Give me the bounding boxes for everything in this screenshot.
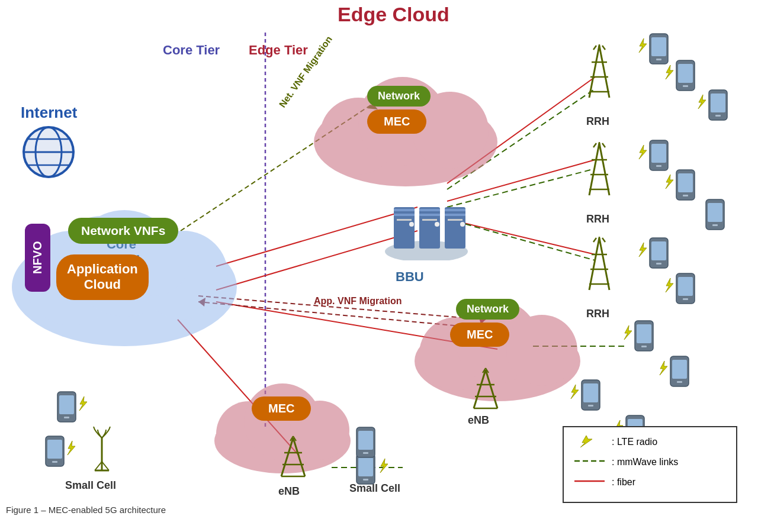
fiber-legend-icon: [573, 475, 606, 490]
svg-rect-120: [708, 203, 722, 222]
lightning-10: [657, 360, 669, 376]
legend-lte: : LTE radio: [573, 434, 727, 450]
mmwave-legend-icon: [573, 454, 606, 470]
svg-rect-46: [445, 207, 465, 249]
core-tier-label: Core Tier: [163, 43, 220, 58]
svg-line-96: [593, 238, 596, 242]
svg-line-92: [599, 238, 609, 290]
svg-marker-137: [660, 361, 667, 375]
lightning-5: [663, 173, 675, 190]
phone-15: [580, 379, 601, 411]
bottom-edge-network-pill: Network: [456, 299, 519, 320]
svg-line-80: [593, 46, 596, 50]
svg-point-56: [506, 315, 577, 386]
svg-rect-116: [678, 173, 693, 192]
phone-1: [648, 33, 669, 65]
phone-4: [648, 139, 669, 172]
svg-marker-141: [79, 396, 87, 411]
svg-marker-129: [666, 278, 673, 292]
svg-marker-114: [639, 145, 647, 159]
legend-fiber: : fiber: [573, 475, 727, 490]
svg-rect-152: [363, 479, 368, 481]
svg-point-49: [460, 222, 465, 227]
internet-label: Internet: [21, 104, 77, 122]
svg-line-68: [281, 438, 293, 476]
svg-rect-50: [397, 219, 412, 221]
app-cloud-pill: ApplicationCloud: [56, 254, 149, 300]
small-cell-label-1: Small Cell: [65, 479, 116, 492]
phone-3: [708, 89, 728, 121]
svg-rect-113: [656, 165, 661, 167]
svg-rect-136: [677, 381, 682, 383]
svg-line-91: [589, 238, 599, 290]
figure-caption: Figure 1 – MEC-enabled 5G architecture: [6, 505, 166, 515]
legend-mmwave: : mmWave links: [573, 454, 727, 470]
svg-marker-110: [698, 95, 706, 109]
phone-9: [634, 320, 654, 352]
svg-rect-39: [394, 209, 415, 211]
svg-rect-100: [651, 37, 666, 56]
lightning-7: [637, 241, 648, 258]
svg-line-148: [95, 462, 102, 470]
svg-rect-151: [358, 457, 373, 476]
rrh-tower-top-svg: [583, 44, 616, 109]
svg-rect-112: [651, 144, 666, 163]
svg-rect-124: [656, 263, 661, 265]
svg-rect-38: [394, 207, 415, 249]
svg-rect-121: [712, 224, 718, 226]
lightning-4: [637, 144, 648, 160]
svg-marker-145: [68, 441, 75, 455]
svg-marker-153: [380, 459, 388, 473]
lte-legend-label: : LTE radio: [612, 437, 657, 447]
rrh-label-mid: RRH: [586, 213, 609, 225]
phone-14: [355, 426, 376, 459]
edge-tier-label: Edge Tier: [249, 43, 308, 58]
svg-line-76: [599, 46, 609, 98]
svg-rect-159: [588, 405, 593, 407]
svg-rect-128: [683, 298, 688, 300]
svg-rect-132: [641, 346, 647, 347]
phone-7: [648, 237, 669, 269]
svg-marker-165: [580, 436, 592, 447]
bbu-servers-svg: [382, 160, 471, 260]
diagram-container: Core Tier Edge Tier Internet Core Cloud …: [0, 0, 758, 518]
svg-line-90: [602, 143, 605, 147]
svg-rect-139: [59, 395, 74, 414]
enb-label-bottom: eNB: [468, 414, 489, 427]
rrh-label-bot: RRH: [586, 308, 609, 320]
lightning-3: [696, 93, 708, 110]
phone-5: [675, 169, 696, 201]
lightning-1: [637, 37, 648, 54]
svg-line-82: [602, 46, 605, 50]
svg-line-69: [293, 438, 305, 476]
svg-marker-125: [639, 243, 647, 257]
svg-rect-140: [64, 417, 69, 418]
svg-rect-47: [445, 209, 465, 211]
svg-rect-43: [419, 209, 440, 211]
svg-rect-104: [678, 64, 693, 83]
svg-marker-160: [571, 385, 579, 399]
enb-tower-small-svg: [275, 435, 311, 482]
network-vnfs-pill: Network VNFs: [68, 218, 178, 244]
lightning-11: [77, 395, 89, 412]
phone-10: [669, 355, 690, 388]
svg-line-57: [474, 370, 486, 408]
small-cell-tower-svg: [83, 426, 121, 476]
svg-line-83: [589, 143, 599, 195]
fiber-legend-label: : fiber: [612, 477, 635, 488]
legend-box: : LTE radio : mmWave links : fiber: [563, 426, 737, 503]
mmwave-legend-label: : mmWave links: [612, 457, 678, 467]
svg-line-149: [102, 462, 109, 470]
svg-marker-118: [666, 175, 673, 189]
rrh-tower-mid-svg: [583, 142, 616, 207]
svg-rect-51: [422, 219, 437, 221]
svg-rect-108: [711, 93, 725, 112]
svg-line-58: [486, 370, 497, 408]
svg-marker-102: [639, 38, 647, 53]
svg-rect-42: [419, 207, 440, 249]
bottom-edge-mec-pill: MEC: [450, 323, 509, 347]
svg-line-75: [589, 46, 599, 98]
lightning-2: [663, 64, 675, 80]
svg-rect-143: [47, 440, 62, 459]
lightning-13: [378, 457, 390, 474]
